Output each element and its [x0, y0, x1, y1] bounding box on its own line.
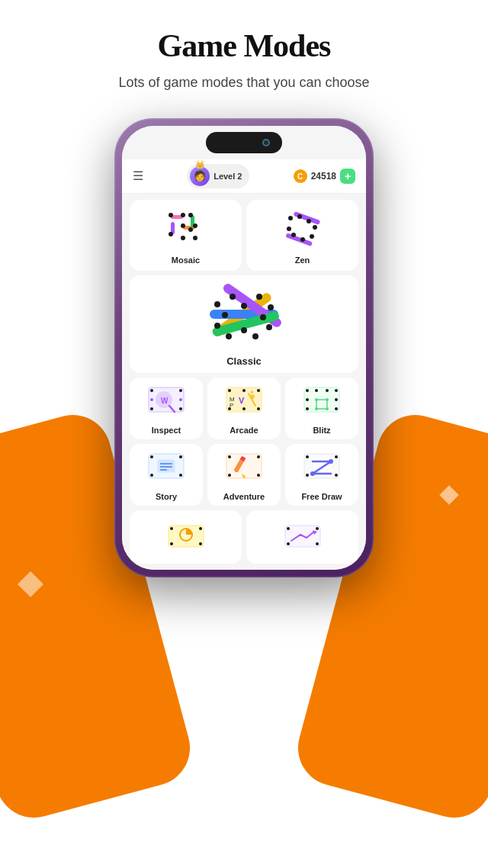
- game-grid: Mosaic: [122, 194, 366, 570]
- svg-point-54: [242, 389, 246, 392]
- notch-camera: [262, 139, 270, 146]
- svg-point-90: [257, 455, 260, 458]
- svg-point-44: [150, 398, 153, 401]
- coin-count: 24518: [311, 171, 336, 182]
- phone-mockup: ☰ 👑 🧑 Level 2 C 24518 +: [114, 118, 374, 577]
- svg-point-71: [306, 407, 309, 410]
- svg-point-112: [287, 542, 290, 545]
- free-draw-label: Free Draw: [301, 492, 342, 501]
- svg-point-110: [287, 527, 290, 530]
- svg-point-104: [170, 527, 173, 530]
- svg-point-41: [179, 389, 182, 392]
- add-coins-button[interactable]: +: [340, 169, 355, 184]
- svg-point-106: [170, 542, 173, 545]
- mode-card-classic[interactable]: Classic: [130, 275, 358, 373]
- svg-point-83: [179, 474, 182, 477]
- svg-point-20: [300, 237, 305, 242]
- svg-point-105: [199, 527, 202, 530]
- svg-point-111: [316, 527, 319, 530]
- story-icon: [145, 450, 188, 488]
- svg-point-97: [306, 455, 309, 458]
- svg-point-19: [310, 234, 314, 239]
- svg-point-37: [260, 314, 266, 320]
- svg-text:✦: ✦: [249, 389, 255, 396]
- svg-point-92: [257, 474, 260, 477]
- svg-point-27: [214, 301, 220, 307]
- svg-rect-13: [293, 211, 320, 225]
- svg-point-28: [230, 294, 236, 300]
- blitz-label: Blitz: [313, 426, 330, 435]
- svg-point-4: [169, 213, 173, 217]
- svg-point-21: [291, 233, 296, 237]
- avatar: 👑 🧑: [190, 166, 210, 186]
- mode-card-free-draw[interactable]: Free Draw: [285, 444, 358, 506]
- level-badge: 👑 🧑 Level 2: [187, 164, 249, 188]
- svg-point-63: [306, 389, 309, 392]
- svg-point-99: [306, 474, 309, 477]
- mode-card-story[interactable]: Story: [130, 444, 203, 506]
- coins-area: C 24518 +: [294, 169, 355, 184]
- svg-point-50: [228, 389, 231, 392]
- hamburger-icon[interactable]: ☰: [133, 170, 143, 182]
- svg-point-53: [257, 407, 260, 410]
- svg-text:V: V: [239, 396, 245, 405]
- inspect-label: Inspect: [152, 426, 181, 435]
- mode-card-adventure[interactable]: Adventure: [207, 444, 281, 506]
- zen-icon: [277, 207, 329, 252]
- svg-point-16: [297, 214, 302, 219]
- svg-text:W: W: [161, 397, 169, 405]
- svg-point-42: [150, 407, 153, 410]
- mode-card-partial-2[interactable]: [246, 510, 358, 564]
- partial-icon-2: [284, 524, 322, 551]
- mode-card-inspect[interactable]: W Inspect: [130, 378, 203, 439]
- level-label: Level 2: [214, 172, 242, 181]
- mode-card-arcade[interactable]: V ✦ M P Arcade: [207, 378, 281, 439]
- svg-point-67: [306, 398, 309, 401]
- crown-icon: 👑: [195, 160, 204, 169]
- phone-screen: ☰ 👑 🧑 Level 2 C 24518 +: [122, 126, 366, 570]
- row-top: Mosaic: [130, 200, 358, 271]
- svg-point-15: [288, 216, 293, 220]
- svg-point-17: [307, 219, 311, 223]
- svg-point-51: [257, 389, 260, 392]
- zen-label: Zen: [295, 256, 310, 265]
- notch-pill: [206, 132, 282, 153]
- mode-card-blitz[interactable]: Blitz: [285, 378, 358, 439]
- classic-label: Classic: [226, 355, 262, 367]
- svg-point-9: [188, 213, 193, 217]
- svg-point-66: [335, 389, 338, 392]
- inspect-icon: W: [145, 384, 188, 422]
- avatar-face: 🧑: [190, 166, 210, 186]
- svg-point-64: [315, 389, 318, 392]
- svg-point-80: [150, 455, 153, 458]
- svg-point-35: [222, 312, 228, 318]
- svg-point-12: [181, 236, 185, 240]
- row-middle: W Inspect: [130, 378, 358, 439]
- adventure-label: Adventure: [223, 492, 265, 501]
- mosaic-label: Mosaic: [172, 256, 200, 265]
- svg-point-65: [326, 389, 329, 392]
- svg-point-89: [228, 455, 231, 458]
- svg-point-36: [241, 303, 247, 309]
- arcade-label: Arcade: [230, 426, 258, 435]
- svg-point-45: [179, 398, 182, 401]
- svg-point-11: [193, 236, 197, 240]
- blitz-icon: [300, 384, 343, 422]
- svg-point-91: [228, 474, 231, 477]
- svg-point-7: [181, 223, 185, 228]
- row-bottom: Story: [130, 444, 358, 506]
- coin-icon: C: [294, 169, 307, 183]
- mode-card-partial-1[interactable]: [130, 510, 242, 564]
- svg-point-101: [329, 459, 333, 464]
- svg-point-29: [256, 294, 262, 300]
- svg-point-34: [214, 323, 220, 329]
- svg-point-31: [266, 324, 272, 330]
- mode-card-zen[interactable]: Zen: [246, 200, 358, 271]
- svg-point-30: [268, 304, 274, 310]
- svg-point-100: [335, 474, 338, 477]
- arcade-icon: V ✦ M P: [223, 384, 265, 422]
- svg-point-74: [335, 407, 338, 410]
- mode-card-mosaic[interactable]: Mosaic: [130, 200, 242, 271]
- page-title: Game Modes: [0, 0, 488, 64]
- svg-point-43: [179, 407, 182, 410]
